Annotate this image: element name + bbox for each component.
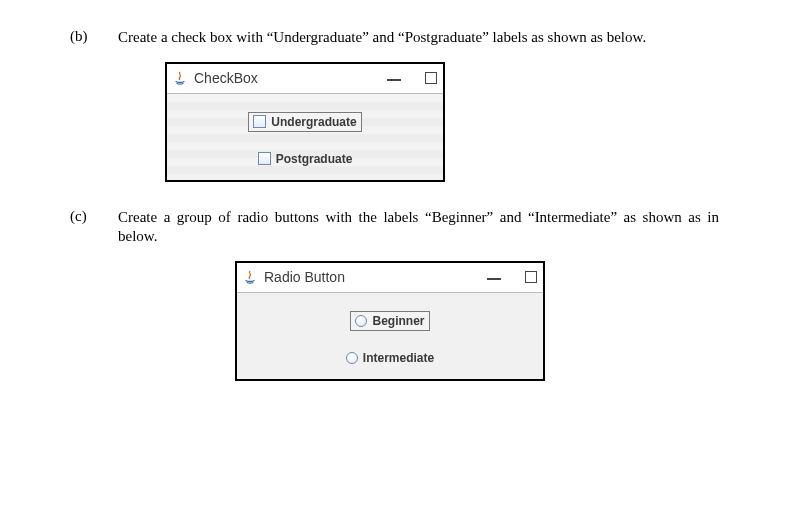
checkbox-icon: [253, 115, 266, 128]
checkbox-label: Postgraduate: [276, 152, 353, 166]
window-body: Beginner Intermediate: [237, 293, 543, 379]
checkbox-postgraduate[interactable]: Postgraduate: [254, 150, 357, 168]
maximize-icon[interactable]: [525, 271, 537, 283]
window-controls: [387, 72, 437, 84]
java-icon: [171, 69, 189, 87]
window-controls: [487, 271, 537, 283]
maximize-icon[interactable]: [425, 72, 437, 84]
window-title: Radio Button: [264, 269, 487, 285]
radio-label: Intermediate: [363, 351, 434, 365]
checkbox-window: CheckBox Undergraduate Postgraduate: [165, 62, 445, 182]
radio-window: Radio Button Beginner Intermediate: [235, 261, 545, 381]
checkbox-label: Undergraduate: [271, 115, 356, 129]
question-c-text: Create a group of radio buttons with the…: [118, 208, 719, 247]
question-c: (c) Create a group of radio buttons with…: [70, 208, 719, 247]
question-b-label: (b): [70, 28, 118, 48]
titlebar: CheckBox: [167, 64, 443, 94]
radio-icon: [346, 352, 358, 364]
question-b-text: Create a check box with “Undergraduate” …: [118, 28, 719, 48]
radio-beginner[interactable]: Beginner: [350, 311, 429, 331]
radio-icon: [355, 315, 367, 327]
checkbox-icon: [258, 152, 271, 165]
question-b: (b) Create a check box with “Undergradua…: [70, 28, 719, 48]
minimize-icon[interactable]: [387, 79, 401, 81]
checkbox-undergraduate[interactable]: Undergraduate: [248, 112, 361, 132]
radio-label: Beginner: [372, 314, 424, 328]
minimize-icon[interactable]: [487, 278, 501, 280]
window-body: Undergraduate Postgraduate: [167, 94, 443, 180]
window-title: CheckBox: [194, 70, 387, 86]
titlebar: Radio Button: [237, 263, 543, 293]
java-icon: [241, 268, 259, 286]
question-c-label: (c): [70, 208, 118, 247]
radio-intermediate[interactable]: Intermediate: [342, 349, 438, 367]
